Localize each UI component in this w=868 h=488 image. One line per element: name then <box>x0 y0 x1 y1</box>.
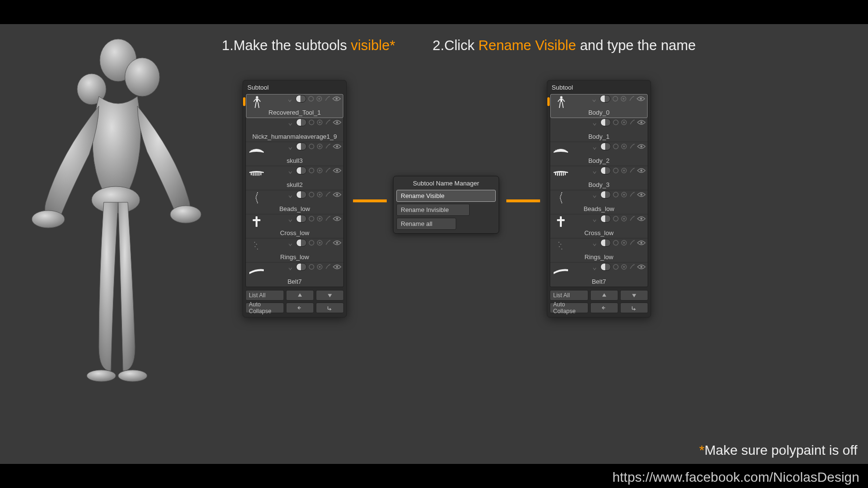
brush-icon[interactable] <box>325 215 331 222</box>
subtool-row[interactable]: Body_1 <box>550 118 648 142</box>
brush-icon[interactable] <box>629 239 636 246</box>
move-down-button[interactable] <box>316 290 344 301</box>
eye-icon[interactable] <box>332 95 341 102</box>
list-all-button[interactable]: List All <box>550 290 588 301</box>
opt-icon[interactable] <box>612 264 619 270</box>
polypaint-toggle[interactable] <box>600 215 611 223</box>
brush-icon[interactable] <box>629 191 636 198</box>
opt-icon[interactable] <box>316 119 323 126</box>
polypaint-toggle[interactable] <box>600 239 611 247</box>
brush-icon[interactable] <box>325 264 331 270</box>
nav-prev-button[interactable] <box>286 303 314 313</box>
polypaint-toggle[interactable] <box>600 119 611 126</box>
nav-prev-button[interactable] <box>590 303 618 313</box>
subtool-row[interactable]: Belt7 <box>550 263 648 287</box>
eye-icon[interactable] <box>637 95 645 102</box>
polypaint-toggle[interactable] <box>296 239 307 247</box>
move-down-button[interactable] <box>620 290 648 301</box>
eye-icon[interactable] <box>333 191 341 198</box>
eye-icon[interactable] <box>637 264 646 270</box>
polypaint-toggle[interactable] <box>296 167 307 174</box>
subtool-row[interactable]: Cross_low <box>550 214 648 238</box>
subtool-row[interactable]: Body_2 <box>550 142 648 166</box>
rename-all-button[interactable]: Rename all <box>396 218 456 230</box>
subtool-row[interactable]: skull2 <box>246 166 343 190</box>
eye-icon[interactable] <box>637 143 646 150</box>
brush-icon[interactable] <box>629 167 636 174</box>
subtool-list[interactable]: Recovered_Tool_1 Nickz_humanmaleaverage1… <box>245 93 344 287</box>
brush-icon[interactable] <box>325 167 331 174</box>
auto-collapse-button[interactable]: Auto Collapse <box>245 303 284 313</box>
nav-next-button[interactable] <box>620 303 648 313</box>
polypaint-toggle[interactable] <box>600 263 611 271</box>
subtool-row[interactable]: skull3 <box>246 142 343 166</box>
polypaint-toggle[interactable] <box>296 263 307 271</box>
opt-icon[interactable] <box>316 143 323 150</box>
opt-icon[interactable] <box>316 191 323 198</box>
opt-icon[interactable] <box>308 95 314 102</box>
opt-icon[interactable] <box>316 264 323 270</box>
eye-icon[interactable] <box>637 239 646 246</box>
brush-icon[interactable] <box>629 215 636 222</box>
eye-icon[interactable] <box>333 143 341 150</box>
subtool-row[interactable]: Nickz_humanmaleaverage1_9 <box>246 118 343 142</box>
brush-icon[interactable] <box>325 119 331 126</box>
opt-icon[interactable] <box>612 119 619 126</box>
eye-icon[interactable] <box>333 167 341 174</box>
polypaint-toggle[interactable] <box>296 143 307 150</box>
opt-icon[interactable] <box>621 119 627 126</box>
opt-icon[interactable] <box>612 215 619 222</box>
eye-icon[interactable] <box>333 264 341 270</box>
move-up-button[interactable] <box>286 290 314 301</box>
opt-icon[interactable] <box>612 191 619 198</box>
opt-icon[interactable] <box>621 239 627 246</box>
rename-visible-button[interactable]: Rename Visible <box>396 190 496 202</box>
opt-icon[interactable] <box>612 239 619 246</box>
opt-icon[interactable] <box>621 215 627 222</box>
brush-icon[interactable] <box>629 143 636 150</box>
opt-icon[interactable] <box>308 264 315 270</box>
subtool-row[interactable]: Rings_low <box>550 238 648 263</box>
auto-collapse-button[interactable]: Auto Collapse <box>550 303 588 313</box>
polypaint-toggle[interactable] <box>600 143 611 150</box>
polypaint-toggle[interactable] <box>296 119 307 126</box>
brush-icon[interactable] <box>325 191 331 198</box>
opt-icon[interactable] <box>308 239 315 246</box>
brush-icon[interactable] <box>628 95 635 102</box>
opt-icon[interactable] <box>612 167 619 174</box>
brush-icon[interactable] <box>325 239 331 246</box>
opt-icon[interactable] <box>316 215 323 222</box>
opt-icon[interactable] <box>621 143 627 150</box>
eye-icon[interactable] <box>333 239 341 246</box>
opt-icon[interactable] <box>316 95 323 102</box>
subtool-row[interactable]: Body_3 <box>550 166 648 190</box>
eye-icon[interactable] <box>637 215 646 222</box>
opt-icon[interactable] <box>621 264 627 270</box>
subtool-list[interactable]: Body_0 Body_1 Body_2 Body_3 <box>550 93 648 287</box>
opt-icon[interactable] <box>316 239 323 246</box>
opt-icon[interactable] <box>308 143 315 150</box>
subtool-row[interactable]: Rings_low <box>246 238 343 263</box>
polypaint-toggle[interactable] <box>600 167 611 174</box>
subtool-row[interactable]: Cross_low <box>246 214 343 238</box>
opt-icon[interactable] <box>308 167 315 174</box>
polypaint-toggle[interactable] <box>296 191 307 198</box>
eye-icon[interactable] <box>333 215 341 222</box>
brush-icon[interactable] <box>324 95 331 102</box>
polypaint-toggle[interactable] <box>600 95 610 103</box>
opt-icon[interactable] <box>308 215 315 222</box>
move-up-button[interactable] <box>590 290 618 301</box>
opt-icon[interactable] <box>621 167 627 174</box>
brush-icon[interactable] <box>629 264 636 270</box>
opt-icon[interactable] <box>308 191 315 198</box>
polypaint-toggle[interactable] <box>296 95 306 103</box>
list-all-button[interactable]: List All <box>245 290 284 301</box>
nav-next-button[interactable] <box>316 303 344 313</box>
rename-invisible-button[interactable]: Rename Invisible <box>396 204 470 216</box>
opt-icon[interactable] <box>621 191 627 198</box>
eye-icon[interactable] <box>333 119 341 126</box>
opt-icon[interactable] <box>308 119 315 126</box>
polypaint-toggle[interactable] <box>296 215 307 223</box>
opt-icon[interactable] <box>612 143 619 150</box>
opt-icon[interactable] <box>612 95 619 102</box>
